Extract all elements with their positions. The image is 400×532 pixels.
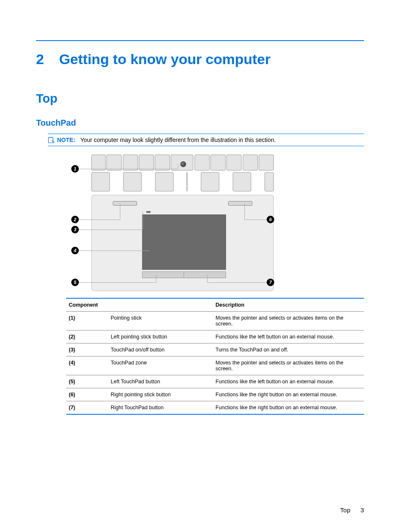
row-description: Functions like the right button on an ex… xyxy=(213,401,364,415)
row-component: Left pointing stick button xyxy=(108,331,213,343)
row-description: Moves the pointer and selects or activat… xyxy=(213,356,364,375)
chapter-heading: 2Getting to know your computer xyxy=(36,51,364,67)
callout-7: 7 xyxy=(267,279,274,286)
note-box: NOTE:Your computer may look slightly dif… xyxy=(48,134,364,146)
row-num: (2) xyxy=(66,331,108,343)
row-num: (4) xyxy=(66,356,108,375)
row-component: TouchPad on/off button xyxy=(108,343,213,356)
row-component: Right pointing stick button xyxy=(108,388,213,401)
th-component: Component xyxy=(66,298,213,312)
table-row: (4) TouchPad zone Moves the pointer and … xyxy=(66,356,364,375)
page-footer: Top 3 xyxy=(340,506,364,514)
th-description: Description xyxy=(213,298,364,312)
callout-5: 5 xyxy=(71,279,79,286)
chapter-number: 2 xyxy=(36,51,44,67)
component-table: Component Description (1) Pointing stick… xyxy=(66,298,364,415)
row-num: (1) xyxy=(66,312,108,331)
row-component: TouchPad zone xyxy=(108,356,213,375)
row-description: Functions like the left button on an ext… xyxy=(213,331,364,343)
row-num: (6) xyxy=(66,388,108,401)
row-num: (7) xyxy=(66,401,108,415)
svg-rect-0 xyxy=(49,137,53,143)
touchpad-illustration: 1 2 3 4 5 6 7 xyxy=(66,155,276,293)
table-row: (7) Right TouchPad button Functions like… xyxy=(66,401,364,415)
note-icon xyxy=(48,137,55,143)
subsection-heading: TouchPad xyxy=(36,118,364,128)
note-label: NOTE: xyxy=(57,137,75,143)
callout-2: 2 xyxy=(71,216,79,223)
table-row: (2) Left pointing stick button Functions… xyxy=(66,331,364,343)
row-num: (5) xyxy=(66,375,108,388)
footer-section-label: Top xyxy=(340,506,350,514)
row-description: Functions like the right button on an ex… xyxy=(213,388,364,401)
callout-3: 3 xyxy=(71,226,79,233)
table-row: (1) Pointing stick Moves the pointer and… xyxy=(66,312,364,331)
table-row: (5) Left TouchPad button Functions like … xyxy=(66,375,364,388)
callout-4: 4 xyxy=(71,247,79,254)
pointing-stick-graphic xyxy=(180,161,186,167)
row-description: Turns the TouchPad on and off. xyxy=(213,343,364,356)
row-num: (3) xyxy=(66,343,108,356)
row-component: Pointing stick xyxy=(108,312,213,331)
row-description: Moves the pointer and selects or activat… xyxy=(213,312,364,331)
row-description: Functions like the left button on an ext… xyxy=(213,375,364,388)
callout-1: 1 xyxy=(71,165,79,173)
row-component: Left TouchPad button xyxy=(108,375,213,388)
table-row: (6) Right pointing stick button Function… xyxy=(66,388,364,401)
footer-page-number: 3 xyxy=(361,506,364,514)
row-component: Right TouchPad button xyxy=(108,401,213,415)
callout-6: 6 xyxy=(267,216,274,223)
note-text: Your computer may look slightly differen… xyxy=(81,137,276,143)
table-row: (3) TouchPad on/off button Turns the Tou… xyxy=(66,343,364,356)
section-heading: Top xyxy=(36,92,364,106)
chapter-title: Getting to know your computer xyxy=(59,51,270,67)
